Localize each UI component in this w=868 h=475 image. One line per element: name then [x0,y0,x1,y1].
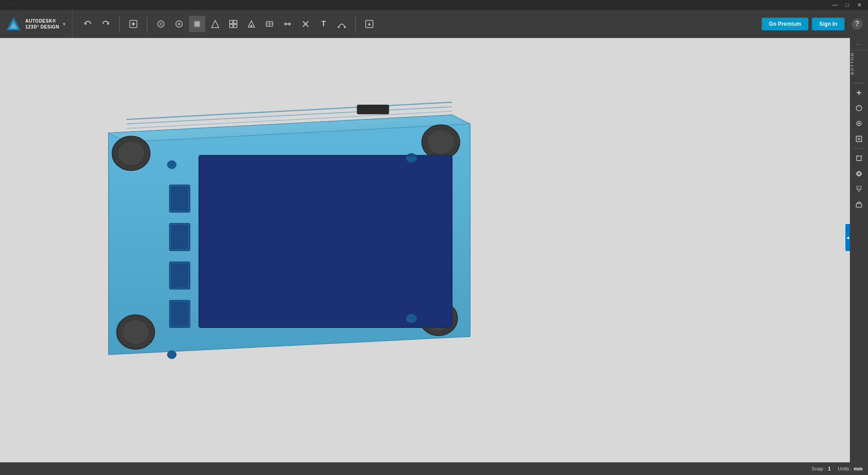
perspective-button[interactable] [852,152,866,165]
window-title: picture_02* [4,2,31,8]
fit-all-button[interactable] [852,132,866,146]
close-button[interactable]: ✕ [854,0,864,10]
texture-button[interactable] [852,198,866,211]
window-controls: — □ ✕ [830,0,864,10]
units-value: mm [854,466,863,471]
svg-rect-16 [234,24,237,28]
panel-collapse-button[interactable]: ◀ [845,224,850,251]
orbit-button[interactable] [852,101,866,115]
panel-dots-menu[interactable]: ··· [856,42,862,47]
new-button[interactable] [125,16,142,32]
maximize-button[interactable]: □ [843,0,852,10]
logo-line1: AUTODESK® [25,18,59,24]
svg-rect-13 [230,20,233,24]
delete-button[interactable] [297,16,314,32]
svg-point-38 [427,130,454,154]
sign-in-button[interactable]: Sign In [812,18,844,30]
rp-separator-1 [854,83,864,83]
svg-rect-73 [856,204,862,207]
text-icon: T [321,20,326,28]
svg-marker-12 [212,20,219,28]
measure-button[interactable] [334,16,350,32]
svg-point-62 [858,123,860,124]
transform-button[interactable] [261,16,278,32]
collapse-icon: ◀ [846,236,849,240]
right-panel: ··· BOTTOM [850,38,868,475]
svg-rect-50 [171,263,189,288]
snap-button[interactable] [243,16,259,32]
sketch-button[interactable] [207,16,223,32]
svg-point-56 [406,314,417,323]
text-button[interactable]: T [316,16,332,32]
svg-point-60 [856,105,862,111]
modify-button[interactable] [171,16,187,32]
header-right: Go Premium Sign In ? [756,18,868,30]
svg-rect-40 [200,157,451,327]
autodesk-logo [5,16,22,32]
pattern-button[interactable] [225,16,241,32]
minimize-button[interactable]: — [830,0,840,10]
pan-button[interactable] [852,117,866,130]
svg-rect-48 [171,225,189,249]
title-bar: picture_02* — □ ✕ [0,0,868,10]
units-control[interactable]: Units : mm [838,466,863,471]
view-mode-button[interactable] [852,167,866,180]
shapes-button[interactable] [153,16,169,32]
snap-label: Snap : [811,466,826,471]
align-button[interactable] [279,16,296,32]
svg-point-53 [167,161,176,169]
svg-point-27 [338,26,340,28]
svg-rect-15 [230,24,233,28]
wireframe-button[interactable] [852,182,866,196]
svg-point-55 [167,351,176,359]
logo-area[interactable]: AUTODESK® 123D° DESIGN ▼ [0,10,72,38]
logo-line2: 123D° DESIGN [25,24,59,30]
snap-value: 1 [828,466,830,471]
units-label: Units : [838,466,852,471]
toolbar-separator-3 [355,16,356,32]
import-button[interactable] [361,16,377,32]
toolbar-buttons: T [72,16,756,32]
3d-model-view [81,74,533,391]
svg-point-68 [858,172,860,175]
help-button[interactable]: ? [852,19,863,29]
logo-dropdown-arrow[interactable]: ▼ [62,22,66,27]
svg-rect-65 [857,156,861,161]
svg-rect-57 [199,155,452,157]
app-name: AUTODESK® 123D° DESIGN [25,18,59,30]
svg-point-18 [250,25,252,27]
svg-rect-64 [858,138,860,140]
svg-point-28 [344,26,346,28]
view-label: BOTTOM [850,50,868,76]
rp-separator-2 [854,148,864,149]
redo-button[interactable] [98,16,114,32]
main-toolbar: AUTODESK® 123D° DESIGN ▼ [0,10,868,38]
svg-rect-14 [234,20,237,24]
undo-button[interactable] [80,16,96,32]
svg-line-67 [861,155,863,156]
svg-rect-7 [160,23,162,25]
snap-control[interactable]: Snap : 1 [811,466,830,471]
solid-button[interactable] [189,16,205,32]
status-bar: Snap : 1 Units : mm [0,462,868,475]
svg-rect-46 [171,186,189,211]
svg-point-36 [118,141,145,166]
svg-rect-11 [195,22,199,26]
viewport[interactable] [0,38,850,475]
zoom-in-button[interactable] [852,86,866,100]
svg-rect-52 [171,302,189,326]
svg-rect-44 [357,105,389,114]
svg-point-32 [122,320,149,344]
go-premium-button[interactable]: Go Premium [762,18,808,30]
svg-point-9 [178,23,180,25]
svg-line-41 [127,102,452,119]
toolbar-separator-2 [147,16,147,32]
toolbar-separator-1 [119,16,120,32]
